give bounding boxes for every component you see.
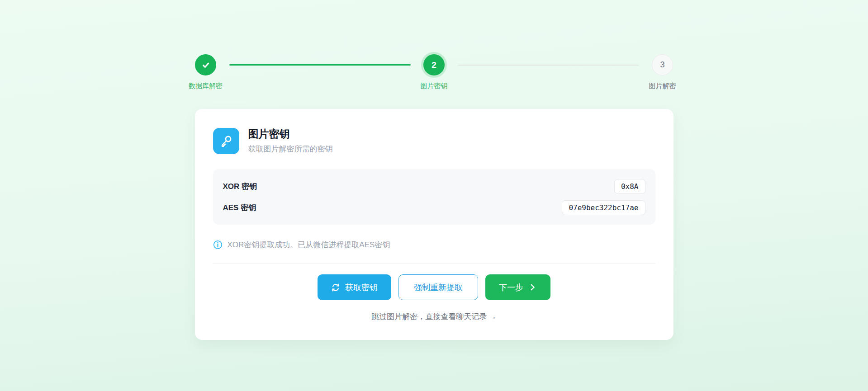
fetch-key-label: 获取密钥 (345, 282, 378, 293)
fetch-key-button[interactable]: 获取密钥 (318, 274, 391, 300)
force-reextract-button[interactable]: 强制重新提取 (398, 274, 478, 300)
next-step-label: 下一步 (499, 282, 523, 293)
xor-key-row: XOR 密钥 0x8A (223, 179, 645, 194)
xor-key-value[interactable]: 0x8A (614, 179, 645, 194)
step-3-circle: 3 (652, 54, 673, 75)
page-subtitle: 获取图片解密所需的密钥 (248, 144, 333, 154)
wizard-stepper: 数据库解密 2 图片密钥 3 图片解密 (195, 54, 674, 75)
next-step-button[interactable]: 下一步 (485, 274, 550, 300)
key-values-panel: XOR 密钥 0x8A AES 密钥 07e9bec322bc17ae (213, 169, 655, 225)
aes-key-row: AES 密钥 07e9bec322bc17ae (223, 200, 645, 215)
force-reextract-label: 强制重新提取 (414, 282, 463, 293)
page-container: 数据库解密 2 图片密钥 3 图片解密 图片密钥 获取图片解密所需的密钥 (195, 0, 674, 340)
xor-key-label: XOR 密钥 (223, 181, 257, 192)
info-icon (213, 240, 223, 250)
step-1-circle (195, 54, 216, 75)
aes-key-label: AES 密钥 (223, 203, 256, 213)
skip-image-decrypt-link[interactable]: 跳过图片解密，直接查看聊天记录 → (371, 311, 497, 322)
status-row: XOR密钥提取成功。已从微信进程提取AES密钥 (213, 240, 655, 250)
step-image-decrypt: 3 图片解密 (652, 54, 674, 75)
step-3-label: 图片解密 (649, 82, 676, 90)
stepper-connector-done (229, 64, 411, 66)
step-2-circle: 2 (423, 54, 445, 75)
card-header-text: 图片密钥 获取图片解密所需的密钥 (248, 128, 333, 154)
image-key-card: 图片密钥 获取图片解密所需的密钥 XOR 密钥 0x8A AES 密钥 07e9… (195, 109, 674, 340)
divider (213, 264, 655, 264)
skip-row: 跳过图片解密，直接查看聊天记录 → (213, 311, 655, 322)
check-icon (201, 60, 211, 70)
page-title: 图片密钥 (248, 128, 333, 141)
aes-key-value[interactable]: 07e9bec322bc17ae (562, 200, 645, 215)
step-database-decrypt: 数据库解密 (195, 54, 217, 75)
step-image-key: 2 图片密钥 (423, 54, 445, 75)
refresh-icon (331, 283, 340, 292)
key-icon (213, 128, 239, 154)
step-2-label: 图片密钥 (421, 82, 448, 90)
chevron-right-icon (528, 283, 537, 292)
status-message: XOR密钥提取成功。已从微信进程提取AES密钥 (228, 240, 390, 250)
stepper-connector-pending (458, 65, 639, 66)
card-header: 图片密钥 获取图片解密所需的密钥 (213, 128, 655, 154)
action-buttons: 获取密钥 强制重新提取 下一步 (213, 274, 655, 300)
step-1-label: 数据库解密 (189, 82, 223, 90)
